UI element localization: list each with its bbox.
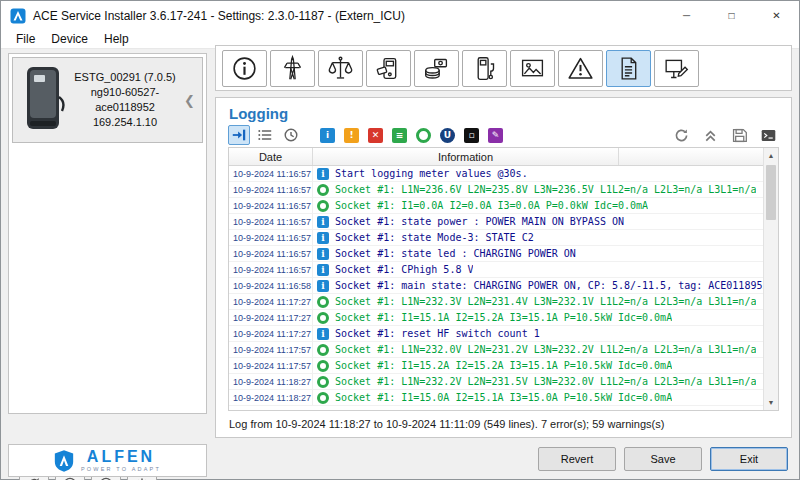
- log-row[interactable]: 10-9-2024 11:16:57 Socket #1: L1N=236.6V…: [229, 182, 763, 198]
- log-status-text: Log from 10-9-2024 11:18:27 to 10-9-2024…: [229, 418, 664, 430]
- vertical-scrollbar[interactable]: ▲ ▼: [763, 148, 778, 410]
- scroll-up-icon[interactable]: ▲: [764, 148, 778, 163]
- log-filter-error-icon[interactable]: ✕: [368, 128, 383, 143]
- info-icon: i: [317, 168, 329, 180]
- info-icon: i: [317, 264, 329, 276]
- log-message: Socket #1: L1N=232.2V L2N=231.5V L3N=232…: [335, 376, 756, 387]
- scroll-down-icon[interactable]: ▼: [764, 395, 778, 410]
- log-filter-metering-icon[interactable]: [416, 128, 431, 143]
- console-button[interactable]: [757, 125, 779, 145]
- brand-tagline: POWER TO ADAPT: [81, 466, 161, 472]
- charging-icon: [471, 55, 498, 82]
- device-info: ESTG_00291 (7.0.5) ng910-60527-ace011895…: [66, 70, 184, 130]
- chevron-left-icon[interactable]: ❮: [184, 93, 200, 108]
- log-message: Socket #1: CPhigh 5.8 V: [335, 264, 473, 275]
- log-filter-warning-icon[interactable]: !: [344, 128, 359, 143]
- monitoring-icon: [663, 55, 690, 82]
- warnings-icon: [567, 55, 594, 82]
- column-header-date[interactable]: Date: [229, 148, 313, 165]
- log-interval-button[interactable]: [280, 125, 302, 145]
- log-toolbar: i!✕≡U▫✎: [228, 124, 779, 146]
- revert-button[interactable]: Revert: [538, 447, 616, 471]
- log-row[interactable]: 10-9-2024 11:18:27 Socket #1: L1N=232.2V…: [229, 374, 763, 390]
- maximize-button[interactable]: □: [709, 1, 754, 30]
- log-filter-charging-icon[interactable]: ≡: [392, 128, 407, 143]
- nav-warnings-button[interactable]: [558, 50, 603, 87]
- log-message: Socket #1: I1=15.2A I2=15.2A I3=15.1A P=…: [335, 360, 672, 371]
- nav-monitoring-button[interactable]: [654, 50, 699, 87]
- log-list-button[interactable]: [254, 125, 276, 145]
- log-row[interactable]: 10-9-2024 11:16:57 i Socket #1: state le…: [229, 246, 763, 262]
- log-row[interactable]: 10-9-2024 11:17:27 Socket #1: I1=15.1A I…: [229, 310, 763, 326]
- info-icon: i: [317, 248, 329, 260]
- log-row[interactable]: 10-9-2024 11:17:27 i Socket #1: reset HF…: [229, 326, 763, 342]
- collapse-log-button[interactable]: [699, 125, 721, 145]
- log-date: 10-9-2024 11:18:27: [229, 374, 313, 389]
- log-filter-info-icon[interactable]: i: [320, 128, 335, 143]
- log-date: 10-9-2024 11:16:57: [229, 230, 313, 245]
- meter-icon: [317, 360, 329, 372]
- info-icon: i: [317, 216, 329, 228]
- log-message: Socket #1: I1=0.0A I2=0.0A I3=0.0A P=0.0…: [335, 200, 648, 211]
- column-header-information[interactable]: Information: [313, 148, 619, 165]
- menu-file[interactable]: File: [8, 30, 43, 48]
- scrollbar-thumb[interactable]: [766, 165, 776, 220]
- arrow-into-bar-icon: [231, 127, 247, 143]
- log-date: 10-9-2024 11:16:57: [229, 262, 313, 277]
- log-date: 10-9-2024 11:16:57: [229, 166, 313, 181]
- log-filter-config-icon[interactable]: ✎: [488, 128, 503, 143]
- menu-help[interactable]: Help: [96, 30, 137, 48]
- terminal-icon: [760, 127, 777, 144]
- section-icons: [222, 50, 699, 87]
- log-row[interactable]: 10-9-2024 11:16:57 i Start logging meter…: [229, 166, 763, 182]
- log-row[interactable]: 10-9-2024 11:16:57 i Socket #1: state Mo…: [229, 230, 763, 246]
- log-date: 10-9-2024 11:16:57: [229, 182, 313, 197]
- log-date: 10-9-2024 11:17:27: [229, 310, 313, 325]
- log-row[interactable]: 10-9-2024 11:16:58 i Socket #1: main sta…: [229, 278, 763, 294]
- log-filter-system-icon[interactable]: ▫: [464, 128, 479, 143]
- log-filter-boot-icon[interactable]: U: [440, 128, 455, 143]
- log-row[interactable]: 10-9-2024 11:16:57 i Socket #1: CPhigh 5…: [229, 262, 763, 278]
- nav-payments-button[interactable]: [414, 50, 459, 87]
- reload-log-button[interactable]: [670, 125, 692, 145]
- alfen-logo-icon: [54, 449, 74, 473]
- follow-log-button[interactable]: [228, 125, 250, 145]
- charger-image: [20, 65, 66, 135]
- logging-icon: [615, 55, 642, 82]
- nav-logging-button[interactable]: [606, 50, 651, 87]
- device-card[interactable]: ESTG_00291 (7.0.5) ng910-60527-ace011895…: [12, 57, 203, 143]
- nav-info-button[interactable]: [222, 50, 267, 87]
- double-chevron-up-icon: [702, 127, 719, 144]
- nav-display-button[interactable]: [510, 50, 555, 87]
- log-message: Socket #1: state led : CHARGING_POWER_ON: [335, 248, 576, 259]
- nav-authorization-button[interactable]: [366, 50, 411, 87]
- exit-button[interactable]: Exit: [710, 447, 788, 471]
- close-button[interactable]: ✕: [754, 1, 799, 30]
- save-log-button[interactable]: [728, 125, 750, 145]
- log-message: Socket #1: main state: CHARGING_POWER_ON…: [335, 280, 763, 291]
- nav-load-balancing-button[interactable]: [318, 50, 363, 87]
- menu-device[interactable]: Device: [43, 30, 96, 48]
- minimize-button[interactable]: ─: [664, 1, 709, 30]
- log-row[interactable]: 10-9-2024 11:17:27 Socket #1: L1N=232.3V…: [229, 294, 763, 310]
- info-icon: i: [317, 328, 329, 340]
- log-row[interactable]: 10-9-2024 11:16:57 i Socket #1: state po…: [229, 214, 763, 230]
- brand-name: ALFEN: [87, 449, 155, 465]
- log-message: Socket #1: state power : POWER_MAIN_ON_B…: [335, 216, 624, 227]
- load-balancing-icon: [327, 55, 354, 82]
- meter-icon: [317, 376, 329, 388]
- app-window: ACE Service Installer 3.6.17-241 - Setti…: [0, 0, 800, 480]
- log-message: Socket #1: I1=15.0A I2=15.1A I3=15.0A P=…: [335, 392, 672, 403]
- meter-icon: [317, 296, 329, 308]
- nav-power-grid-button[interactable]: [270, 50, 315, 87]
- save-button[interactable]: Save: [624, 447, 702, 471]
- log-message: Socket #1: L1N=232.3V L2N=231.4V L3N=232…: [335, 296, 756, 307]
- log-row[interactable]: 10-9-2024 11:17:57 Socket #1: I1=15.2A I…: [229, 358, 763, 374]
- title-bar: ACE Service Installer 3.6.17-241 - Setti…: [1, 1, 799, 30]
- log-row[interactable]: 10-9-2024 11:17:57 Socket #1: L1N=232.0V…: [229, 342, 763, 358]
- log-message: Start logging meter values @30s.: [335, 168, 528, 179]
- log-row[interactable]: 10-9-2024 11:16:57 Socket #1: I1=0.0A I2…: [229, 198, 763, 214]
- nav-charging-button[interactable]: [462, 50, 507, 87]
- log-row[interactable]: 10-9-2024 11:18:27 Socket #1: I1=15.0A I…: [229, 390, 763, 406]
- meter-icon: [317, 392, 329, 404]
